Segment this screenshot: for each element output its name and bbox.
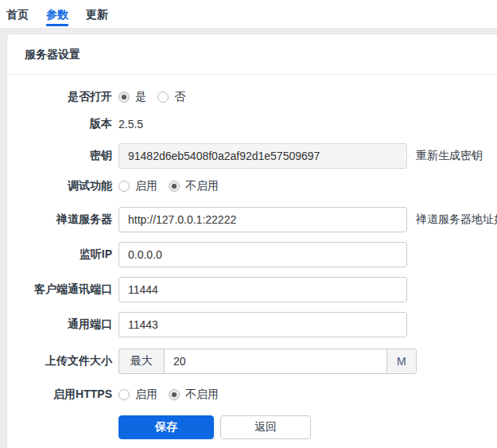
- client-port-label: 客户端通讯端口: [7, 282, 112, 297]
- upload-size-group: 最大 M: [118, 349, 417, 374]
- https-label: 启用HTTPS: [7, 388, 112, 402]
- panel-header: 服务器设置: [7, 34, 497, 75]
- row-is-open: 是否打开 是 否: [7, 89, 497, 105]
- listen-ip-input[interactable]: [118, 242, 407, 267]
- is-open-no-label: 否: [174, 90, 185, 104]
- tab-params[interactable]: 参数: [46, 0, 68, 29]
- regenerate-key-link[interactable]: 重新生成密钥: [416, 149, 483, 163]
- version-value: 2.5.5: [118, 118, 143, 131]
- is-open-no-radio[interactable]: 否: [157, 90, 185, 104]
- upload-size-input[interactable]: [164, 349, 387, 374]
- is-open-yes-radio[interactable]: 是: [118, 90, 146, 104]
- top-tab-bar: 首页 参数 更新: [0, 0, 497, 29]
- tab-update[interactable]: 更新: [86, 0, 108, 29]
- https-enable-label: 启用: [135, 388, 157, 402]
- row-zentao-server: 禅道服务器 禅道服务器地址如: [7, 207, 497, 232]
- client-port-input[interactable]: [118, 277, 407, 302]
- https-disable-radio[interactable]: 不启用: [169, 388, 219, 402]
- secret-key-label: 密钥: [7, 149, 112, 163]
- debug-enable-label: 启用: [135, 179, 157, 193]
- common-port-label: 通用端口: [7, 317, 112, 332]
- secret-key-input[interactable]: [118, 143, 407, 169]
- radio-checked-icon[interactable]: [118, 92, 130, 103]
- listen-ip-label: 监听IP: [7, 247, 112, 262]
- row-client-port: 客户端通讯端口: [7, 277, 497, 302]
- version-label: 版本: [7, 117, 112, 131]
- zentao-server-hint: 禅道服务器地址如: [416, 212, 497, 227]
- upload-size-prefix: 最大: [118, 349, 164, 374]
- save-button[interactable]: 保存: [118, 415, 214, 439]
- radio-unchecked-icon[interactable]: [118, 389, 130, 400]
- https-disable-label: 不启用: [185, 388, 219, 402]
- row-upload-size: 上传文件大小 最大 M: [7, 349, 497, 374]
- radio-checked-icon[interactable]: [169, 181, 180, 192]
- row-secret-key: 密钥 重新生成密钥: [7, 143, 497, 169]
- debug-label: 调试功能: [7, 179, 112, 193]
- tab-home[interactable]: 首页: [6, 0, 29, 29]
- debug-disable-label: 不启用: [185, 179, 219, 193]
- radio-unchecked-icon[interactable]: [157, 92, 169, 103]
- radio-unchecked-icon[interactable]: [118, 181, 130, 192]
- upload-size-unit: M: [387, 349, 417, 374]
- back-button[interactable]: 返回: [220, 415, 311, 439]
- zentao-server-label: 禅道服务器: [7, 212, 112, 227]
- https-enable-radio[interactable]: 启用: [118, 388, 157, 402]
- row-buttons: 保存 返回: [7, 415, 497, 439]
- radio-checked-icon[interactable]: [169, 389, 180, 400]
- debug-enable-radio[interactable]: 启用: [118, 179, 157, 193]
- server-settings-form: 是否打开 是 否 版本 2.5.5 密钥: [7, 75, 497, 439]
- row-version: 版本 2.5.5: [7, 116, 497, 132]
- row-debug: 调试功能 启用 不启用: [7, 178, 497, 194]
- panel-title: 服务器设置: [25, 48, 80, 60]
- debug-disable-radio[interactable]: 不启用: [169, 179, 219, 193]
- is-open-label: 是否打开: [7, 90, 112, 104]
- zentao-server-input[interactable]: [118, 207, 407, 232]
- row-common-port: 通用端口: [7, 312, 497, 337]
- row-https: 启用HTTPS 启用 不启用: [7, 387, 497, 403]
- upload-size-label: 上传文件大小: [7, 354, 112, 368]
- common-port-input[interactable]: [118, 312, 407, 337]
- row-listen-ip: 监听IP: [7, 242, 497, 267]
- is-open-yes-label: 是: [135, 90, 146, 104]
- server-settings-panel: 服务器设置 是否打开 是 否 版本 2.5.5: [6, 33, 497, 448]
